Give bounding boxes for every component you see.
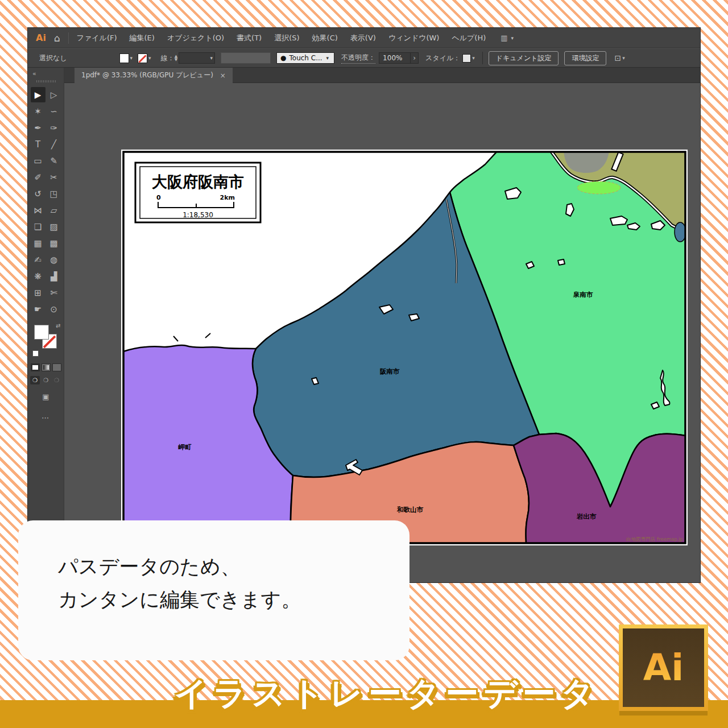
menu-item-6[interactable]: 表示(V) xyxy=(350,33,376,43)
stroke-swatch[interactable] xyxy=(138,53,147,63)
park-green-patch xyxy=(577,181,621,194)
stroke-weight-dropdown[interactable]: ▾ xyxy=(179,52,215,64)
pen-tool[interactable]: ✒ xyxy=(31,120,46,135)
menu-item-8[interactable]: ヘルプ(H) xyxy=(452,33,486,43)
scale-start: 0 xyxy=(156,194,161,201)
home-icon[interactable]: ⌂ xyxy=(54,32,60,44)
collapse-panel-icon[interactable]: « xyxy=(28,68,64,77)
line-segment-tool[interactable]: ╱ xyxy=(47,136,61,152)
map-title-box: 大阪府阪南市 0 2km 1:18,530 xyxy=(135,163,260,222)
default-fill-stroke-icon[interactable] xyxy=(32,350,39,357)
app-logo-icon[interactable]: Ai xyxy=(36,32,46,43)
menu-item-2[interactable]: オブジェクト(O) xyxy=(167,33,224,43)
map-credit: 白地図専門店 freemap.jp xyxy=(626,536,683,542)
magic-wand-tool[interactable]: ✶ xyxy=(31,104,46,119)
canvas[interactable]: 泉南市 阪南市 岬町 和歌山市 岩出市 大阪府阪南市 0 2km xyxy=(64,83,700,582)
draw-mode-buttons: ❍ ❍ ❍ xyxy=(28,376,64,384)
page: Ai ⌂ ファイル(F)編集(E)オブジェクト(O)書式(T)選択(S)効果(C… xyxy=(0,0,728,728)
map-label-misaki: 岬町 xyxy=(178,443,192,451)
direct-selection-tool[interactable]: ▷ xyxy=(47,87,61,102)
shaper-tool[interactable]: ✐ xyxy=(31,169,46,185)
preferences-button[interactable]: 環境設定 xyxy=(564,51,606,65)
stroke-label: 線： xyxy=(161,53,175,63)
artboard-tool[interactable]: ⊞ xyxy=(31,285,46,300)
scissors-tool[interactable]: ✂ xyxy=(47,169,61,185)
column-graph-tool[interactable]: ▟ xyxy=(47,268,61,284)
map-label-hannan: 阪南市 xyxy=(380,367,400,375)
touch-preset-value: Touch C... xyxy=(289,54,322,62)
tool-grid: ▶▷✶∽✒✑T╱▭✎✐✂↺◳⋈▱❏▨▦▩✍◍❋▟⊞✄☛⊙ xyxy=(28,87,64,317)
mesh-tool[interactable]: ▦ xyxy=(31,235,46,251)
panel-grip[interactable] xyxy=(36,80,56,82)
menu-item-5[interactable]: 効果(C) xyxy=(312,33,338,43)
paintbrush-tool[interactable]: ✎ xyxy=(47,153,61,168)
color-button[interactable] xyxy=(31,363,40,371)
curvature-tool[interactable]: ✑ xyxy=(47,120,61,135)
zoom-tool[interactable]: ⊙ xyxy=(47,301,61,317)
draw-behind-icon[interactable]: ❍ xyxy=(41,376,51,384)
free-transform-tool[interactable]: ▱ xyxy=(47,202,61,218)
swap-fill-stroke-icon[interactable]: ⇄ xyxy=(56,322,60,329)
rectangle-tool[interactable]: ▭ xyxy=(31,153,46,168)
close-icon[interactable]: × xyxy=(220,72,226,80)
edit-toolbar-icon[interactable]: ⋯ xyxy=(28,413,64,422)
rotate-tool[interactable]: ↺ xyxy=(31,186,46,201)
selection-status: 選択なし xyxy=(39,53,67,63)
symbol-sprayer-tool[interactable]: ❋ xyxy=(31,268,46,284)
opacity-label[interactable]: 不透明度： xyxy=(341,53,375,64)
chevron-down-icon: ▾ xyxy=(511,35,514,41)
none-button[interactable] xyxy=(52,363,61,371)
menu-item-7[interactable]: ウィンドウ(W) xyxy=(388,33,440,43)
chevron-down-icon: ▾ xyxy=(326,55,329,61)
menu-item-1[interactable]: 編集(E) xyxy=(130,33,155,43)
fill-swatch[interactable] xyxy=(119,53,129,63)
draw-normal-icon[interactable]: ❍ xyxy=(30,376,40,384)
caption-line-2: カンタンに編集できます。 xyxy=(58,583,301,616)
map-label-wakayama: 和歌山市 xyxy=(396,506,424,514)
gradient-tool[interactable]: ▩ xyxy=(47,235,61,251)
document-tab[interactable]: 1pdf* @ 33.33% (RGB/GPU プレビュー) × xyxy=(75,68,233,83)
type-tool[interactable]: T xyxy=(31,136,46,152)
hand-tool[interactable]: ☛ xyxy=(31,301,46,317)
gradient-button[interactable] xyxy=(42,363,51,371)
menu-item-4[interactable]: 選択(S) xyxy=(274,33,299,43)
stroke-weight-stepper[interactable]: ▲▼ xyxy=(175,55,177,61)
chevron-down-icon[interactable]: ▾ xyxy=(130,55,133,61)
perspective-grid-tool[interactable]: ▨ xyxy=(47,219,61,234)
touch-preset-dropdown[interactable]: ● Touch C... ▾ xyxy=(276,52,334,64)
brush-definition-dropdown xyxy=(221,52,271,64)
opacity-input[interactable]: 100% xyxy=(379,52,411,64)
chevron-down-icon[interactable]: ▾ xyxy=(148,55,151,61)
map-label-iwade: 岩出市 xyxy=(576,512,597,520)
scale-ratio: 1:18,530 xyxy=(183,211,213,219)
menu-item-0[interactable]: ファイル(F) xyxy=(77,33,117,43)
slice-tool[interactable]: ✄ xyxy=(47,285,61,300)
artboard-map[interactable]: 泉南市 阪南市 岬町 和歌山市 岩出市 大阪府阪南市 0 2km xyxy=(121,150,688,545)
style-swatch[interactable] xyxy=(462,54,471,63)
illustrator-badge-text: Ai xyxy=(643,647,684,689)
style-label: スタイル： xyxy=(425,53,460,63)
chevron-down-icon[interactable]: ▾ xyxy=(622,55,625,61)
menu-item-3[interactable]: 書式(T) xyxy=(237,33,262,43)
shape-builder-tool[interactable]: ❏ xyxy=(31,219,46,234)
illustrator-window: Ai ⌂ ファイル(F)編集(E)オブジェクト(O)書式(T)選択(S)効果(C… xyxy=(27,27,701,583)
shore-blue-patch xyxy=(675,222,686,242)
chevron-down-icon[interactable]: ▾ xyxy=(472,55,475,61)
selection-tool[interactable]: ▶ xyxy=(31,87,46,102)
workspace-switcher[interactable]: ▥ ▾ xyxy=(500,34,515,42)
screen-mode-icon[interactable]: ▣ xyxy=(28,392,64,401)
width-tool[interactable]: ⋈ xyxy=(31,202,46,218)
draw-inside-icon[interactable]: ❍ xyxy=(52,376,61,384)
lasso-tool[interactable]: ∽ xyxy=(47,104,61,119)
eyedropper-tool[interactable]: ✍ xyxy=(31,252,46,267)
illustrator-badge: Ai xyxy=(619,624,708,711)
pixel-grid-icon[interactable]: ⊡ xyxy=(614,53,621,63)
map-label-sennan: 泉南市 xyxy=(573,291,593,299)
blend-tool[interactable]: ◍ xyxy=(47,252,61,267)
divider xyxy=(482,52,483,64)
opacity-stepper[interactable]: › xyxy=(411,52,419,64)
scale-tool[interactable]: ◳ xyxy=(47,186,61,201)
caption-line-1: パスデータのため、 xyxy=(58,550,301,583)
fill-color-box[interactable] xyxy=(34,325,49,340)
document-setup-button[interactable]: ドキュメント設定 xyxy=(489,51,559,65)
